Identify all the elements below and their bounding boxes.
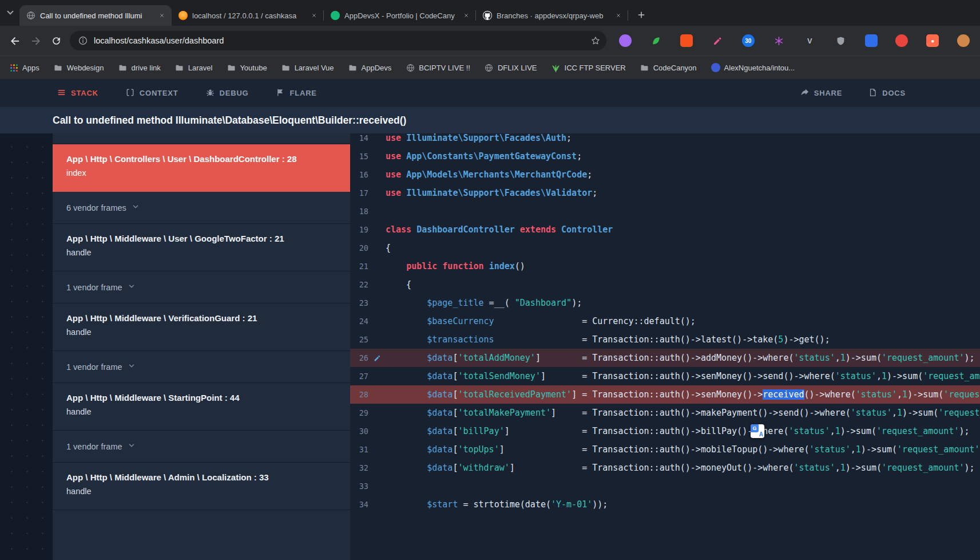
extension-icon-snowflake[interactable]	[773, 34, 785, 47]
extension-icon-recorder[interactable]: ●	[926, 34, 939, 47]
grid-icon	[9, 63, 18, 72]
bookmark-item[interactable]: CodeCanyon	[640, 63, 697, 72]
back-button[interactable]	[5, 30, 25, 51]
nav-item-context[interactable]: CONTEXT	[126, 88, 178, 98]
line-number: 34	[350, 500, 368, 509]
extension-icon-leaf[interactable]	[650, 34, 662, 47]
bookmark-label: AlexNguetcha/intou...	[724, 64, 795, 72]
debug-icon	[206, 88, 215, 98]
bookmark-label: Webdesign	[67, 64, 104, 72]
bookmark-item[interactable]: AppDevs	[348, 63, 392, 72]
extension-icon-badge-30[interactable]: 30	[742, 34, 755, 47]
frame-class-path: App \ Http \ Middleware \ User \ GoogleT…	[66, 234, 336, 243]
bookmark-item[interactable]: ICC FTP SERVER	[552, 63, 626, 72]
nav-item-debug[interactable]: DEBUG	[206, 88, 249, 98]
bookmark-label: BCIPTV LIVE !!	[419, 64, 470, 72]
extension-icon-red-circle[interactable]	[895, 34, 908, 47]
error-title: Call to undefined method Illuminate\Data…	[0, 107, 980, 133]
code-line: 19class DashboardController extends Cont…	[350, 220, 980, 239]
frame-method: handle	[66, 248, 336, 257]
chevron-down-icon[interactable]	[5, 7, 15, 18]
edit-pencil-icon[interactable]	[368, 354, 386, 362]
line-number: 32	[350, 463, 368, 472]
site-info-icon[interactable]	[78, 36, 88, 46]
browser-tab[interactable]: Call to undefined method Illumi	[19, 5, 172, 26]
code-text: $data['totalSendMoney'] = Transaction::a…	[386, 371, 980, 381]
code-text: public function index()	[386, 261, 980, 271]
address-url[interactable]: localhost/cashkasa/user/dashboard	[94, 36, 581, 45]
line-number: 25	[350, 335, 368, 344]
ignition-nav: STACKCONTEXTDEBUGFLARE SHAREDOCS	[0, 79, 980, 107]
nav-label: DEBUG	[220, 89, 249, 97]
tab-title: Branches · appdevsx/qrpay-web	[497, 11, 609, 20]
stack-icon	[57, 88, 66, 98]
tab-title: localhost / 127.0.0.1 / cashkasa	[192, 11, 304, 20]
vendor-frames-toggle[interactable]: 1 vendor frame	[53, 431, 350, 463]
stack-frame[interactable]: App \ Http \ Middleware \ StartingPoint …	[53, 383, 350, 431]
extension-icon-v[interactable]: V	[803, 34, 816, 47]
bookmark-item[interactable]: BCIPTV LIVE !!	[406, 63, 470, 72]
extension-icon-orange[interactable]	[680, 34, 693, 47]
translate-icon[interactable]: GA	[751, 424, 764, 438]
bookmark-label: CodeCanyon	[653, 64, 697, 72]
bookmark-item[interactable]: Webdesign	[54, 63, 104, 72]
vendor-frames-toggle[interactable]: 6 vendor frames	[53, 192, 350, 224]
globe-favicon	[26, 11, 35, 20]
bookmark-item[interactable]: drive link	[118, 63, 160, 72]
code-line: 34 $start = strtotime(date('Y-m-01'));	[350, 495, 980, 514]
code-text: $transactions = Transaction::auth()->lat…	[386, 334, 980, 345]
close-icon[interactable]	[157, 10, 167, 21]
vendor-frames-label: 1 vendor frame	[66, 283, 122, 292]
nav-item-flare[interactable]: FLARE	[276, 88, 316, 98]
docs-icon	[868, 88, 877, 98]
line-number: 33	[350, 482, 368, 491]
extension-icon-shield[interactable]	[834, 34, 847, 47]
close-icon[interactable]	[461, 10, 471, 21]
extension-icon-pink-pen[interactable]	[711, 34, 724, 47]
bookmark-item[interactable]: Apps	[9, 63, 39, 72]
code-line: 16use App\Models\Merchants\MerchantQrCod…	[350, 165, 980, 184]
code-text: use Illuminate\Support\Facades\Auth;	[386, 133, 980, 143]
bookmark-item[interactable]: Laravel Vue	[281, 63, 334, 72]
nav-item-docs[interactable]: DOCS	[868, 88, 906, 98]
nav-item-share[interactable]: SHARE	[800, 88, 843, 98]
browser-tab[interactable]: Branches · appdevsx/qrpay-web	[476, 5, 628, 26]
stack-frame[interactable]: App \ Http \ Controllers \ User \ Dashbo…	[53, 144, 350, 192]
bookmark-star-icon[interactable]	[587, 32, 604, 49]
address-bar[interactable]: localhost/cashkasa/user/dashboard	[70, 31, 606, 50]
code-text: $baseCurrency = Currency::default();	[386, 316, 980, 326]
code-lines: 14use Illuminate\Support\Facades\Auth;15…	[350, 133, 980, 514]
nav-label: FLARE	[289, 89, 316, 97]
profile-avatar[interactable]	[957, 34, 970, 47]
bookmark-item[interactable]: AlexNguetcha/intou...	[711, 63, 795, 72]
extension-icon-blue-square[interactable]	[865, 34, 878, 47]
reload-button[interactable]	[46, 30, 66, 51]
browser-tab[interactable]: AppDevsX - Portfolio | CodeCany	[324, 5, 476, 26]
vendor-frames-label: 1 vendor frame	[66, 442, 122, 451]
bookmark-label: Youtube	[240, 64, 267, 72]
code-text: $page_title =__( "Dashboard");	[386, 298, 980, 308]
bookmark-item[interactable]: Youtube	[227, 63, 267, 72]
folder-icon	[54, 63, 63, 72]
close-icon[interactable]	[309, 10, 319, 21]
code-text: $data['totalAddMoney'] = Transaction::au…	[386, 353, 980, 363]
vendor-frames-toggle[interactable]: 1 vendor frame	[53, 351, 350, 383]
stack-frame[interactable]: App \ Http \ Middleware \ User \ GoogleT…	[53, 224, 350, 271]
github-favicon	[483, 11, 492, 20]
close-icon[interactable]	[613, 10, 624, 21]
extension-icon-purple[interactable]	[619, 34, 632, 47]
code-line: 31 $data['topUps'] = Transaction::auth()…	[350, 440, 980, 459]
forward-button[interactable]	[25, 30, 46, 51]
share-icon	[800, 88, 809, 98]
line-number: 16	[350, 170, 368, 179]
bookmark-item[interactable]: DFLIX LIVE	[485, 63, 537, 72]
nav-item-stack[interactable]: STACK	[57, 88, 98, 98]
frame-method: handle	[66, 407, 336, 416]
vendor-frames-toggle[interactable]: 1 vendor frame	[53, 271, 350, 303]
new-tab-button[interactable]	[634, 7, 649, 22]
vendor-frames-label: 1 vendor frame	[66, 362, 122, 372]
browser-tab[interactable]: localhost / 127.0.0.1 / cashkasa	[172, 5, 324, 26]
stack-frame[interactable]: App \ Http \ Middleware \ Admin \ Locali…	[53, 463, 350, 510]
bookmark-item[interactable]: Laravel	[175, 63, 213, 72]
stack-frame[interactable]: App \ Http \ Middleware \ VerificationGu…	[53, 303, 350, 351]
